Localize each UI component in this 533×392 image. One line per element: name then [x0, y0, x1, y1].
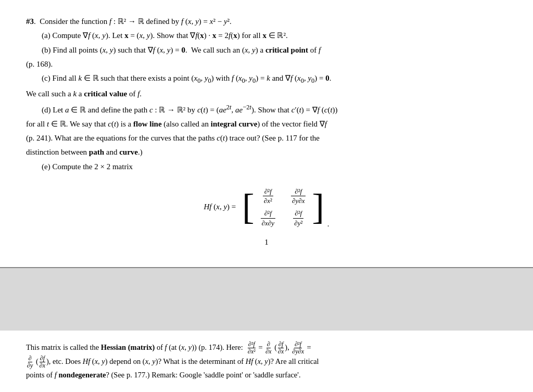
page-number: 1: [26, 236, 507, 248]
cell-2-2: ∂²f ∂y²: [293, 209, 303, 227]
matrix-section: Hf (x, y) = [ ∂²f ∂x² ∂²f: [26, 183, 507, 231]
inline-frac-6: ∂f ∂x: [39, 355, 46, 369]
left-bracket: [: [242, 189, 254, 225]
bottom-content: This matrix is called the Hessian (matri…: [0, 331, 533, 393]
cell-1-2: ∂²f ∂y∂x: [291, 187, 306, 205]
matrix-wrapper: [ ∂²f ∂x² ∂²f ∂y∂x: [241, 183, 329, 231]
cell-2-2-den: ∂y²: [293, 219, 303, 227]
gray-area: [0, 268, 533, 331]
cell-1-1-den: ∂x²: [263, 196, 273, 205]
inline-frac-2: ∂ ∂x: [265, 341, 272, 355]
cell-2-1-num: ∂²f: [261, 209, 275, 219]
matrix-cells: ∂²f ∂x² ∂²f ∂y∂x ∂²f ∂x∂y: [256, 183, 311, 231]
bottom-paragraph-3: points of f nondegenerate? (See p. 177.)…: [26, 369, 507, 381]
part-e: (e) Compute the 2 × 2 matrix: [26, 161, 507, 173]
inline-frac-4: ∂²f ∂y∂x: [291, 341, 304, 355]
inline-frac-1: ∂²f ∂x²: [247, 341, 256, 355]
part-b-cont: (p. 168).: [26, 58, 507, 70]
cell-1-2-num: ∂²f: [291, 187, 306, 197]
problem-intro: Consider the function: [40, 17, 107, 26]
cell-1-1-num: ∂²f: [263, 187, 273, 197]
function-def-inline: f: [181, 17, 183, 26]
cell-2-1: ∂²f ∂x∂y: [261, 209, 275, 227]
bottom-paragraph-2: ∂ ∂y ( ∂f ∂x ), etc. Does Hf (x, y) depe…: [26, 355, 507, 369]
inline-frac-5: ∂ ∂y: [27, 355, 33, 369]
cell-2-2-num: ∂²f: [293, 209, 303, 219]
part-b: (b) Find all points (x, y) such that ∇f …: [26, 44, 507, 56]
problem-number: #3: [26, 17, 34, 26]
page-container: #3. Consider the function f : ℝ² → ℝ def…: [0, 0, 533, 392]
part-d-line3: (p. 241). What are the equations for the…: [26, 132, 507, 144]
part-d-line4: distinction between path and curve.): [26, 146, 507, 158]
part-d-line2: for all t ∈ ℝ. We say that c(t) is a flo…: [26, 118, 507, 130]
hessian-label: Hf (x, y) =: [204, 201, 236, 213]
function-symbol: f: [109, 17, 111, 26]
part-c: (c) Find all k ∈ ℝ such that there exist…: [26, 72, 507, 86]
cell-2-1-den: ∂x∂y: [261, 219, 275, 227]
problem-header: #3. Consider the function f : ℝ² → ℝ def…: [26, 16, 507, 28]
problem-text: #3. Consider the function f : ℝ² → ℝ def…: [26, 16, 507, 249]
part-d-line1: (d) Let a ∈ ℝ and define the path c : ℝ …: [26, 103, 507, 116]
bottom-paragraph: This matrix is called the Hessian (matri…: [26, 341, 507, 355]
main-content: #3. Consider the function f : ℝ² → ℝ def…: [0, 0, 533, 267]
part-c-cont: We call such a k a critical value of f.: [26, 88, 507, 100]
cell-1-1: ∂²f ∂x²: [263, 187, 273, 205]
matrix-equation: Hf (x, y) = [ ∂²f ∂x² ∂²f: [204, 183, 329, 231]
cell-1-2-den: ∂y∂x: [291, 196, 306, 205]
right-bracket: ]: [312, 189, 324, 225]
part-a: (a) Compute ∇f (x, y). Let x = (x, y). S…: [26, 30, 507, 42]
inline-frac-3: ∂f ∂x: [277, 341, 284, 355]
matrix-dot: .: [327, 218, 329, 230]
